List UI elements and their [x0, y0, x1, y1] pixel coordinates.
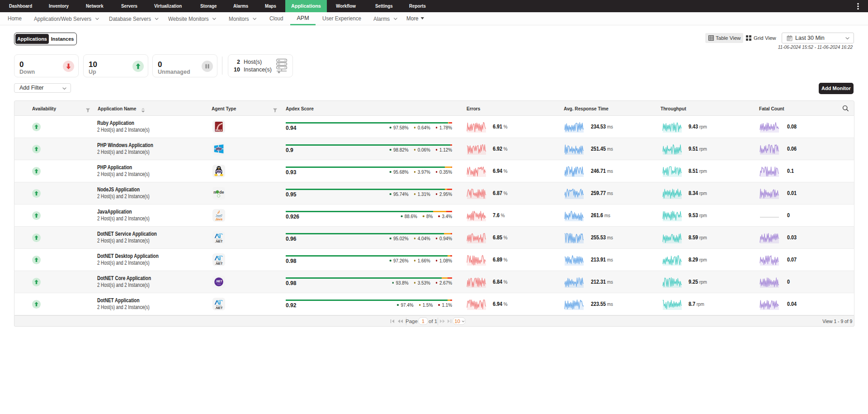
svg-text:RAILS: RAILS	[216, 129, 222, 132]
svg-text:Java: Java	[215, 218, 222, 221]
svg-text:.NET: .NET	[215, 306, 223, 309]
svg-text:n: n	[213, 190, 216, 195]
svg-text:php: php	[216, 147, 222, 151]
svg-text:.NET: .NET	[216, 280, 222, 283]
svg-text:.NET: .NET	[215, 262, 223, 265]
svg-text:de: de	[219, 190, 224, 195]
svg-text:php: php	[216, 170, 222, 173]
svg-text:.NET: .NET	[215, 239, 223, 243]
svg-text:Core: Core	[217, 283, 221, 285]
